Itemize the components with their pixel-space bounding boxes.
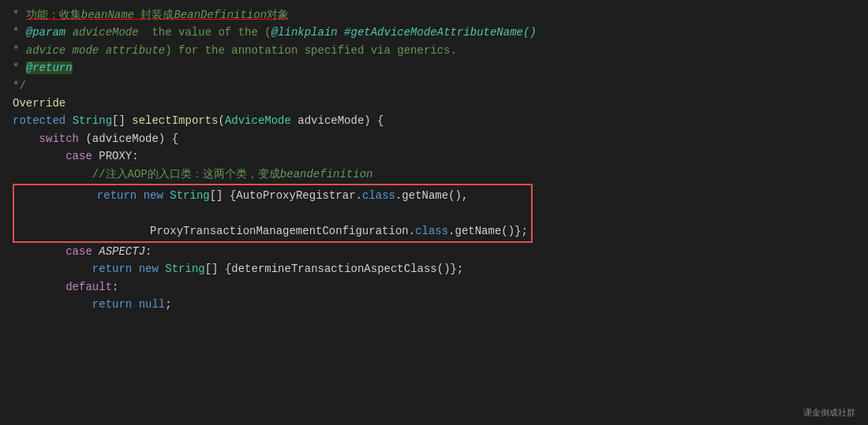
case-keyword: case xyxy=(65,150,92,162)
line-15: default: xyxy=(13,278,855,296)
return-keyword: return xyxy=(97,189,137,202)
default-keyword: default xyxy=(65,281,112,293)
line-4: * @return xyxy=(13,59,855,76)
line-16: return null; xyxy=(13,296,855,313)
line-8: switch (adviceMode) { xyxy=(13,130,855,147)
line-1: * 功能：收集beanName 封装成BeanDefinition对象 xyxy=(13,6,855,24)
highlighted-block: return new String[] {AutoProxyRegistrar.… xyxy=(13,183,855,243)
return-keyword-2: return xyxy=(92,263,132,275)
return-tag: @return xyxy=(26,62,73,74)
null-keyword: null xyxy=(139,298,166,311)
linkplain: @linkplain xyxy=(271,26,338,39)
new-keyword: new xyxy=(144,189,163,202)
protected-keyword: rotected xyxy=(13,114,65,127)
case-aspectj-keyword: case xyxy=(65,245,92,258)
class-keyword-2: class xyxy=(415,225,448,237)
line-5: */ xyxy=(13,77,855,95)
param-keyword: @param xyxy=(26,26,65,39)
string-type: String xyxy=(73,114,112,127)
new-keyword-2: new xyxy=(139,263,159,275)
override-annotation: Override xyxy=(13,97,65,110)
code-container: * 功能：收集beanName 封装成BeanDefinition对象 * @p… xyxy=(0,0,868,320)
line-7: rotected String[] selectImports(AdviceMo… xyxy=(13,112,855,129)
line-12: ProxyTransactionManagementConfiguration.… xyxy=(17,222,528,240)
beandefinition-text: beandefinition xyxy=(280,168,373,181)
advicemode-type: AdviceMode xyxy=(225,114,291,127)
class-keyword-1: class xyxy=(362,189,395,202)
line-13: case ASPECTJ: xyxy=(13,243,855,260)
line-2: * @param adviceMode the value of the (@l… xyxy=(13,24,855,41)
line1-underline: 功能：收集beanName 封装成BeanDefinition对象 xyxy=(26,9,289,21)
line-10: //注入AOP的入口类：这两个类，变成beandefinition xyxy=(13,166,855,183)
red-border-box: return new String[] {AutoProxyRegistrar.… xyxy=(13,184,533,243)
switch-keyword: switch xyxy=(39,132,79,145)
line-3: * advice mode attribute) for the annotat… xyxy=(13,42,855,59)
select-imports-method: selectImports xyxy=(132,114,218,127)
string-type-2: String xyxy=(165,263,204,275)
line-14: return new String[] {determineTransactio… xyxy=(13,260,855,278)
line-9: case PROXY: xyxy=(13,147,855,165)
line-11: return new String[] {AutoProxyRegistrar.… xyxy=(17,187,528,204)
return-null-keyword: return xyxy=(92,298,132,311)
string-array-type: String xyxy=(170,189,209,202)
watermark: 课金倒成社群 xyxy=(803,407,855,419)
line-6: Override xyxy=(13,95,855,112)
aspectj-label: ASPECTJ xyxy=(99,245,145,258)
